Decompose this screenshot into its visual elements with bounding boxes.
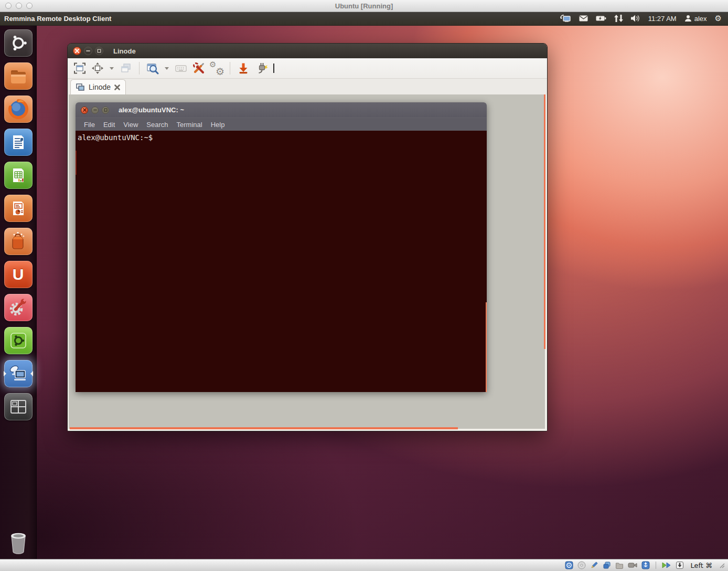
terminal-minimize-button[interactable] bbox=[91, 107, 99, 114]
ubuntu-one-letter: U bbox=[13, 266, 24, 283]
impress-presentation-icon bbox=[8, 198, 29, 219]
macos-titlebar: Ubuntu [Running] bbox=[0, 0, 728, 12]
screenshot-options-caret[interactable] bbox=[165, 67, 169, 70]
launcher-item-files[interactable] bbox=[4, 62, 33, 90]
launcher-item-system-settings[interactable] bbox=[4, 294, 33, 321]
mouse-integration-icon[interactable] bbox=[662, 562, 671, 569]
toolbar-separator bbox=[139, 62, 140, 75]
writer-document-icon bbox=[8, 132, 29, 153]
connection-tab-linode[interactable]: Linode bbox=[70, 79, 126, 94]
launcher-item-remmina[interactable] bbox=[4, 360, 33, 387]
session-gear-icon[interactable]: ⚙ bbox=[715, 15, 722, 23]
scale-options-caret[interactable] bbox=[110, 67, 114, 70]
firefox-icon bbox=[7, 98, 29, 120]
red-down-arrow-icon bbox=[237, 61, 250, 75]
gear-wrench-icon bbox=[7, 297, 29, 319]
video-capture-status-icon[interactable] bbox=[628, 562, 637, 569]
shopping-bag-icon bbox=[7, 230, 29, 252]
scale-window-icon bbox=[91, 61, 104, 75]
launcher-item-libreoffice-impress[interactable] bbox=[4, 195, 33, 222]
preferences-button[interactable]: ⚙⚙ bbox=[209, 60, 224, 76]
username-label: alex bbox=[694, 15, 707, 23]
screenshot-button[interactable] bbox=[145, 60, 160, 76]
menu-help[interactable]: Help bbox=[207, 121, 229, 129]
crossed-tools-icon bbox=[192, 61, 206, 75]
display-status-icon[interactable] bbox=[603, 561, 611, 569]
launcher-item-libreoffice-writer[interactable] bbox=[4, 129, 33, 156]
terminal-maximize-button[interactable] bbox=[102, 107, 109, 114]
launcher-item-workspace-switcher[interactable] bbox=[4, 393, 33, 420]
plug-disconnect-button[interactable] bbox=[253, 60, 269, 76]
launcher-item-ubuntu-one[interactable]: U bbox=[4, 261, 33, 288]
launcher-item-ubuntu-software-green[interactable] bbox=[4, 327, 33, 354]
running-indicator-arrow bbox=[4, 371, 6, 376]
disconnect-button[interactable] bbox=[235, 60, 251, 76]
fullscreen-icon bbox=[73, 61, 87, 75]
grab-keyboard-button[interactable] bbox=[173, 60, 189, 76]
calc-spreadsheet-icon bbox=[8, 165, 29, 186]
window-minimize-button[interactable] bbox=[84, 47, 92, 55]
launcher-item-trash[interactable] bbox=[4, 530, 33, 557]
green-ubuntu-emblem-icon bbox=[7, 330, 29, 352]
statusbar-separator bbox=[656, 562, 656, 569]
user-menu[interactable]: alex bbox=[684, 15, 707, 23]
optical-status-icon[interactable] bbox=[577, 561, 586, 569]
trash-bin-icon bbox=[7, 531, 30, 556]
tab-close-icon[interactable] bbox=[114, 84, 120, 90]
vnc-viewport[interactable]: alex@ubuntuVNC: ~ File Edit View Search … bbox=[68, 94, 547, 431]
keyboard-capture-icon[interactable] bbox=[676, 561, 684, 569]
menu-search[interactable]: Search bbox=[142, 121, 172, 129]
resize-grip[interactable] bbox=[719, 562, 725, 568]
terminal-titlebar[interactable]: alex@ubuntuVNC: ~ bbox=[76, 102, 487, 118]
window-maximize-button[interactable] bbox=[95, 47, 103, 55]
shared-folders-status-icon[interactable] bbox=[615, 561, 624, 569]
virtualbox-statusbar: Left ⌘ bbox=[0, 559, 728, 571]
remmina-titlebar[interactable]: Linode bbox=[68, 44, 547, 58]
launcher-item-firefox[interactable] bbox=[4, 96, 33, 123]
window-title: Linode bbox=[113, 47, 136, 55]
macos-window-title: Ubuntu [Running] bbox=[0, 2, 728, 10]
toggle-scaled-mode-button[interactable] bbox=[90, 60, 105, 76]
menu-file[interactable]: File bbox=[80, 121, 99, 129]
launcher-item-ubuntu-software-center[interactable] bbox=[4, 228, 33, 255]
launcher-item-dash-home[interactable] bbox=[4, 29, 33, 57]
tools-button[interactable] bbox=[191, 60, 207, 76]
toolbar-text-cursor bbox=[273, 64, 274, 73]
remmina-window: Linode bbox=[67, 43, 548, 431]
mail-icon[interactable] bbox=[579, 15, 588, 22]
pencil-status-icon[interactable] bbox=[590, 561, 598, 569]
user-icon bbox=[684, 15, 692, 22]
terminal-body[interactable]: alex@ubuntuVNC:~$ bbox=[76, 131, 487, 392]
terminal-title: alex@ubuntuVNC: ~ bbox=[119, 106, 184, 114]
volume-icon[interactable] bbox=[631, 15, 640, 22]
terminal-close-button[interactable] bbox=[81, 107, 88, 114]
ubuntu-logo-icon bbox=[8, 33, 29, 54]
terminal-menubar: File Edit View Search Terminal Help bbox=[76, 118, 487, 131]
menu-terminal[interactable]: Terminal bbox=[173, 121, 207, 129]
menu-view[interactable]: View bbox=[119, 121, 142, 129]
remmina-tray-icon[interactable] bbox=[560, 14, 571, 23]
network-arrows-icon[interactable] bbox=[614, 15, 623, 22]
host-key-label: Left ⌘ bbox=[690, 562, 712, 569]
active-app-title: Remmina Remote Desktop Client bbox=[0, 15, 111, 23]
render-artifact-line bbox=[70, 427, 458, 429]
terminal-window[interactable]: alex@ubuntuVNC: ~ File Edit View Search … bbox=[76, 102, 487, 392]
gears-icon: ⚙⚙ bbox=[210, 61, 223, 75]
menu-edit[interactable]: Edit bbox=[99, 121, 119, 129]
keyboard-icon bbox=[174, 61, 188, 75]
workspace-grid-icon bbox=[8, 396, 29, 417]
duplicate-connection-button[interactable] bbox=[118, 60, 134, 76]
window-close-button[interactable] bbox=[73, 47, 81, 55]
battery-icon[interactable] bbox=[596, 15, 606, 22]
usb-status-icon[interactable] bbox=[641, 561, 650, 569]
duplicate-windows-icon bbox=[119, 61, 133, 75]
launcher-item-libreoffice-calc[interactable] bbox=[4, 162, 33, 189]
indicator-tray: 11:27 AM alex ⚙ bbox=[560, 14, 728, 23]
toggle-fullscreen-button[interactable] bbox=[72, 60, 88, 76]
hdd-status-icon[interactable] bbox=[565, 561, 573, 569]
unity-launcher: U bbox=[0, 25, 37, 559]
clock[interactable]: 11:27 AM bbox=[648, 15, 677, 23]
render-artifact-line bbox=[544, 94, 545, 349]
folder-icon bbox=[8, 66, 29, 87]
shell-prompt: alex@ubuntuVNC:~$ bbox=[78, 133, 153, 142]
